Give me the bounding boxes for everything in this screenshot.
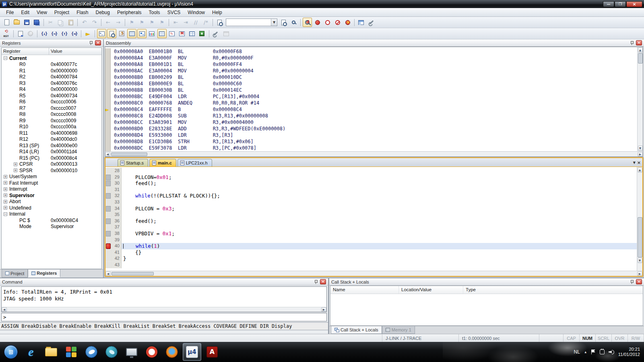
breakpoint-marker[interactable] (105, 243, 111, 249)
save-all-button[interactable] (32, 18, 41, 27)
lookup-button[interactable] (279, 18, 288, 27)
register-row[interactable]: R30x4000076c (2, 80, 101, 86)
register-row[interactable]: ModeSupervisor (2, 224, 101, 230)
editor-tab-startups[interactable]: Startup.s (118, 159, 148, 167)
register-row[interactable]: +User/System (2, 174, 101, 180)
disable-all-breakpoints-button[interactable] (333, 18, 342, 27)
command-pin-icon[interactable] (313, 279, 319, 284)
redo-button[interactable]: ↷ (90, 18, 99, 27)
views-layout-button[interactable] (357, 18, 366, 27)
registers-window-button[interactable] (127, 29, 136, 38)
register-row[interactable]: R20x40000784 (2, 74, 101, 80)
tab-memory-1[interactable]: Memory 1 (382, 326, 415, 334)
registers-pin-icon[interactable] (88, 40, 94, 45)
bookmark-clear-button[interactable] (157, 18, 167, 27)
register-row[interactable]: R90xcccc0009 (2, 117, 101, 124)
register-row[interactable]: R15 (PC)0x000008c4 (2, 155, 101, 161)
menu-edit[interactable]: Edit (17, 9, 33, 16)
menu-tools[interactable]: Tools (145, 9, 164, 16)
tree-expand-icon[interactable]: + (14, 162, 17, 166)
paste-button[interactable] (66, 18, 75, 27)
close-window-button[interactable] (626, 1, 642, 7)
type-column-header[interactable]: Type (463, 286, 643, 294)
scroll-up-icon[interactable]: ▲ (638, 167, 642, 173)
tree-expand-icon[interactable]: + (4, 175, 7, 179)
show-next-statement-button[interactable]: ► (83, 29, 93, 38)
thunderbird-icon[interactable] (82, 343, 101, 361)
disassembly-line[interactable]: 0x000008B0 EB000209 BL 0x000010DC (105, 74, 637, 80)
register-row[interactable]: R120x40000dc0 (2, 136, 101, 143)
disassembly-line[interactable]: 0x000008A4 E3A0000F MOV R0,#0x0000000F (105, 55, 637, 61)
register-row[interactable]: R60xcccc0006 (2, 99, 101, 105)
disassembly-window-button[interactable] (107, 29, 116, 38)
open-file-button[interactable] (12, 18, 21, 27)
menu-file[interactable]: File (2, 9, 17, 16)
run-button[interactable] (16, 29, 25, 38)
scrollbar-thumb[interactable] (111, 152, 147, 156)
save-button[interactable] (22, 18, 31, 27)
editor-tab-lpc21xxh[interactable]: LPC21xx.h (178, 159, 212, 167)
disassembly-line[interactable]: 0x000008B4 EB0000E9 BL 0x00000C60 (105, 80, 637, 87)
location-value-column-header[interactable]: Location/Value (399, 286, 463, 294)
register-row[interactable]: +Supervisor (2, 192, 101, 199)
disassembly-line[interactable]: 0x000008CC E3A03901 MOV R3,#0x00004000 (105, 119, 637, 125)
disassembly-line[interactable]: 0x000008C8 E24DD008 SUB R13,R13,#0x00000… (105, 113, 637, 119)
scrollbar-thumb[interactable] (111, 272, 154, 276)
scrollbar-thumb[interactable] (638, 217, 642, 257)
uvision-taskbar-icon[interactable]: µ4 (183, 343, 201, 361)
disassembly-close-icon[interactable] (636, 40, 642, 45)
tree-collapse-icon[interactable]: − (4, 56, 7, 60)
step-out-button[interactable]: {↑} (60, 29, 69, 38)
register-row[interactable]: R80xcccc0008 (2, 111, 101, 118)
presentation-app-icon[interactable] (122, 343, 141, 361)
callstack-close-icon[interactable] (636, 279, 642, 284)
scroll-right-icon[interactable]: ▶ (321, 307, 326, 312)
code-line[interactable]: 39 (105, 237, 637, 243)
code-line[interactable]: 43 (105, 262, 637, 268)
menu-view[interactable]: View (33, 9, 51, 16)
disassembly-line[interactable]: 0x000008DC E59F3078 LDR R3,[PC,#0x0078] (105, 145, 637, 151)
comment-button[interactable]: // (191, 18, 200, 27)
disassembly-line[interactable]: 0x000008C4 EAFFFFFE B 0x000008C4 (105, 106, 637, 113)
editor-tab-mainc[interactable]: main.c (149, 159, 176, 167)
scroll-left-icon[interactable]: ◀ (105, 272, 111, 276)
step-over-button[interactable]: {→} (50, 29, 59, 38)
code-line[interactable]: 41 {} (105, 249, 637, 256)
code-line[interactable]: 33 (105, 199, 637, 206)
toolbox-button[interactable] (211, 29, 221, 38)
uncomment-button[interactable]: /* (201, 18, 211, 27)
navigate-back-button[interactable]: ← (103, 18, 113, 27)
code-line[interactable]: 38 VPBDIV = 0x1; (105, 230, 637, 237)
memory-window-button[interactable] (157, 29, 167, 38)
disassembly-line[interactable]: 0x000008BC E49DF004 LDR PC,[R13],#0x0004 (105, 93, 637, 100)
register-row[interactable]: R00x4000077c (2, 62, 101, 68)
disassembly-line[interactable]: 0x000008B8 EB00030B BL 0x000014EC (105, 87, 637, 93)
register-row[interactable]: +Fast Interrupt (2, 180, 101, 186)
tree-expand-icon[interactable]: + (4, 187, 7, 191)
close-tab-icon[interactable] (637, 160, 641, 165)
register-row[interactable]: +SPSR0x00000010 (2, 167, 101, 174)
disassembly-line[interactable]: 0x000008C0 00000768 ANDEQ R0,R0,R8,ROR #… (105, 100, 637, 106)
code-line[interactable]: 40 while(1) (105, 243, 637, 249)
disassembly-line[interactable]: 0x000008D8 E1CD30B6 STRH R3,[R13,#0x06] (105, 138, 637, 145)
register-row[interactable]: R40x00000000 (2, 86, 101, 93)
restore-views-button[interactable] (221, 29, 231, 38)
start-button[interactable] (2, 343, 20, 361)
code-line[interactable]: 36 feed(); (105, 218, 637, 224)
register-row[interactable]: PC $0x000008C4 (2, 217, 101, 224)
serial-window-button[interactable] (167, 29, 177, 38)
scroll-right-icon[interactable]: ▶ (638, 152, 643, 156)
code-line[interactable]: 28 (105, 168, 637, 174)
firefox-icon[interactable] (163, 343, 181, 361)
reset-button[interactable] (2, 29, 11, 38)
command-input[interactable]: > (1, 313, 327, 321)
menu-window[interactable]: Window (184, 9, 208, 16)
tree-expand-icon[interactable]: + (4, 181, 7, 185)
action-center-flag-icon[interactable] (591, 350, 596, 354)
editor-vertical-scrollbar[interactable]: ▲ ▼ (637, 167, 642, 271)
tree-expand-icon[interactable]: + (4, 193, 7, 197)
register-row[interactable]: +CPSR0x00000013 (2, 161, 101, 168)
bookmark-next-button[interactable] (147, 18, 157, 27)
tab-registers[interactable]: Registers (28, 269, 60, 278)
volume-icon[interactable] (609, 350, 614, 354)
